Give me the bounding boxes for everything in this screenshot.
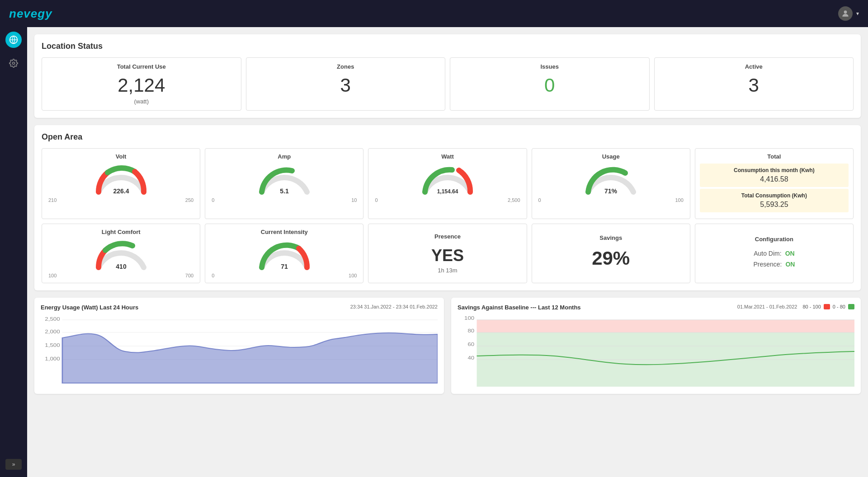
gauge-watt-container: 1,154.64 [373, 163, 522, 196]
gauge-ci-minmax: 0 100 [210, 273, 359, 278]
svg-point-2 [13, 62, 15, 65]
config-presence-row: Presence: ON [753, 261, 795, 268]
svg-text:5.1: 5.1 [280, 187, 289, 195]
avatar[interactable] [838, 6, 853, 21]
chart-energy-usage: Energy Usage (Watt) Last 24 Hours 23:34 … [34, 298, 444, 394]
gauge-lc-title: Light Comfort [47, 229, 195, 235]
svg-text:60: 60 [467, 342, 474, 347]
stat-label-1: Zones [252, 63, 440, 70]
gauge-watt-min: 0 [375, 197, 377, 203]
chart-energy-header: Energy Usage (Watt) Last 24 Hours 23:34 … [41, 304, 438, 311]
logo: nevegy [9, 7, 52, 21]
total-month-label: Consumption this month (Kwh) [703, 167, 845, 173]
stat-issues: Issues 0 [450, 57, 650, 111]
svg-text:410: 410 [116, 263, 127, 270]
svg-text:1,500: 1,500 [45, 343, 60, 348]
gauge-volt-max: 250 [185, 197, 193, 203]
gauge-ci-title: Current Intensity [210, 229, 359, 235]
stat-sub-0: (watt) [47, 98, 236, 105]
gauge-config-title: Configuration [755, 236, 793, 243]
caret-icon[interactable]: ▾ [856, 10, 859, 17]
content-area: Location Status Total Current Use 2,124 … [27, 27, 868, 477]
gauge-watt: Watt 1,154.64 0 2,500 [368, 148, 527, 219]
gauge-usage-min: 0 [538, 197, 541, 203]
stat-label-3: Active [660, 63, 848, 70]
charts-row: Energy Usage (Watt) Last 24 Hours 23:34 … [34, 298, 861, 394]
stat-total-current-use: Total Current Use 2,124 (watt) [42, 57, 241, 111]
chart-energy-date: 23:34 31.Jan.2022 - 23:34 01.Feb.2022 [350, 304, 438, 309]
gauge-ci-max: 100 [349, 273, 357, 278]
gauge-presence-title: Presence [434, 233, 461, 240]
stat-value-3: 3 [660, 75, 848, 96]
sidebar-item-settings[interactable] [5, 55, 22, 71]
chart-savings-title: Savings Against Baseline --- Last 12 Mon… [458, 304, 581, 311]
gauge-presence: Presence YES 1h 13m [368, 224, 527, 283]
svg-text:40: 40 [467, 355, 474, 360]
total-title: Total [700, 153, 849, 160]
main-layout: » Location Status Total Current Use 2,12… [0, 27, 868, 477]
chart-savings-svg: 100 80 60 40 [458, 315, 854, 388]
gauge-amp: Amp 5.1 0 10 [205, 148, 363, 219]
sidebar: » [0, 27, 27, 477]
stat-active: Active 3 [654, 57, 854, 111]
chart-savings-header: Savings Against Baseline --- Last 12 Mon… [458, 304, 854, 311]
gauge-usage-minmax: 0 100 [537, 197, 685, 203]
chart-energy-svg: 2,500 2,000 1,500 1,000 [41, 315, 438, 388]
navbar: nevegy ▾ [0, 0, 868, 27]
chart-savings-date: 01.Mar.2021 - 01.Feb.2022 [737, 304, 797, 309]
config-rows: Auto Dim: ON Presence: ON [753, 250, 795, 271]
open-area-title: Open Area [42, 132, 854, 142]
gauge-savings: Savings 29% [532, 224, 690, 283]
stat-value-1: 3 [252, 75, 440, 96]
total-consumption-month-row: Consumption this month (Kwh) 4,416.58 [700, 164, 849, 187]
svg-text:1,154.64: 1,154.64 [437, 188, 458, 195]
gauge-lc-container: 410 [47, 238, 195, 272]
gauge-watt-minmax: 0 2,500 [373, 197, 522, 203]
gauge-amp-svg: 5.1 [255, 163, 314, 196]
chart-savings-area: 100 80 60 40 [458, 315, 854, 388]
gauge-lc-min: 100 [48, 273, 57, 278]
svg-text:71: 71 [281, 263, 288, 270]
sidebar-expand-button[interactable]: » [5, 459, 22, 470]
presence-sub: 1h 13m [438, 267, 457, 274]
chart-savings: Savings Against Baseline --- Last 12 Mon… [451, 298, 861, 394]
sidebar-item-globe[interactable] [5, 32, 22, 48]
gauge-volt-svg: 226.4 [92, 163, 151, 196]
gauge-watt-max: 2,500 [508, 197, 520, 203]
total-month-value: 4,416.58 [703, 175, 845, 183]
location-status-title: Location Status [42, 42, 854, 51]
gauge-usage-title: Usage [537, 153, 685, 160]
gauge-amp-min: 0 [212, 197, 214, 203]
svg-text:100: 100 [464, 316, 475, 321]
stat-label-0: Total Current Use [47, 63, 236, 70]
stat-label-2: Issues [456, 63, 644, 70]
gauge-light-comfort: Light Comfort 410 100 700 [42, 224, 200, 283]
legend-label-1: 0 - 80 [833, 304, 845, 309]
config-auto-dim-value: ON [785, 250, 795, 257]
chart-energy-area: 2,500 2,000 1,500 1,000 [41, 315, 438, 388]
gauge-volt-title: Volt [47, 153, 195, 160]
config-presence-value: ON [785, 261, 795, 268]
total-card: Total Consumption this month (Kwh) 4,416… [695, 148, 854, 219]
config-presence-label: Presence: [753, 261, 782, 268]
gauge-ci-min: 0 [212, 273, 214, 278]
open-area-section: Open Area Volt [34, 125, 861, 290]
gauge-volt: Volt 226.4 [42, 148, 200, 219]
legend-label-0: 80 - 100 [802, 304, 821, 309]
svg-point-0 [844, 10, 847, 14]
svg-text:2,000: 2,000 [45, 329, 60, 334]
gauge-row-2: Light Comfort 410 100 700 [42, 224, 854, 283]
svg-text:80: 80 [467, 328, 474, 333]
gauge-config: Configuration Auto Dim: ON Presence: ON [695, 224, 854, 283]
config-auto-dim-label: Auto Dim: [754, 250, 781, 257]
legend-color-green [848, 304, 854, 309]
location-status-section: Location Status Total Current Use 2,124 … [34, 34, 861, 118]
gauge-amp-title: Amp [210, 153, 359, 160]
svg-text:1,000: 1,000 [45, 356, 60, 361]
gauge-volt-minmax: 210 250 [47, 197, 195, 203]
gauge-lc-max: 700 [185, 273, 193, 278]
gauge-row-1: Volt 226.4 [42, 148, 854, 219]
gauge-usage-container: 71% [537, 163, 685, 196]
svg-text:2,500: 2,500 [45, 317, 60, 322]
gauge-ci-container: 71 [210, 238, 359, 272]
